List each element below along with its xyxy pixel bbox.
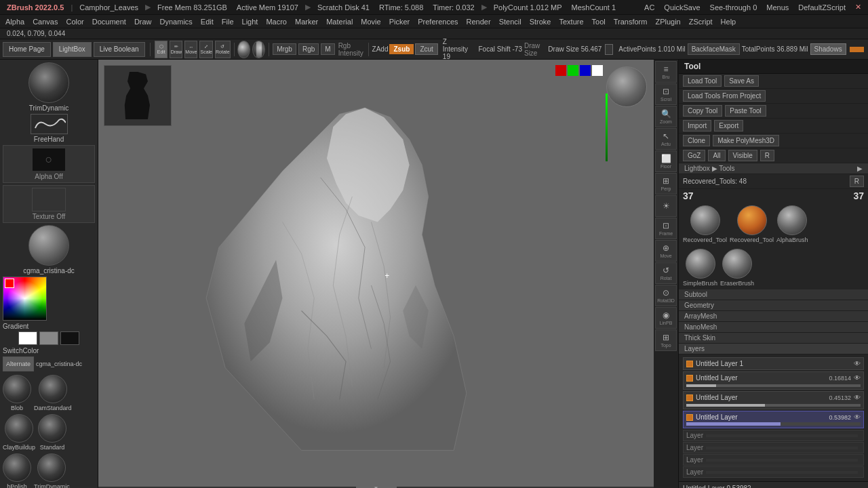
menu-movie[interactable]: Movie: [357, 16, 384, 27]
menu-render[interactable]: Render: [462, 16, 495, 27]
menu-texture[interactable]: Texture: [555, 16, 587, 27]
sidebar-rotate-btn[interactable]: ↺ Rotat: [655, 262, 677, 284]
menu-file[interactable]: File: [218, 16, 238, 27]
layer-1-eye[interactable]: 👁: [854, 360, 861, 367]
draw-tool-btn[interactable]: ✏ Draw: [170, 41, 182, 58]
tab-homepage[interactable]: Home Page: [3, 42, 51, 57]
color-red-swatch[interactable]: [5, 279, 14, 288]
menu-light[interactable]: Light: [238, 16, 262, 27]
menu-stencil[interactable]: Stencil: [495, 16, 526, 27]
brush-damstandard[interactable]: DamStandard: [34, 375, 72, 411]
menu-marker[interactable]: Marker: [291, 16, 322, 27]
rotate-tool-btn[interactable]: ↺ Rotate: [215, 41, 231, 58]
alpha-box[interactable]: ○ Alpha Off: [3, 145, 95, 183]
eraserbrush-tool[interactable]: EraserBrush: [720, 249, 754, 287]
thickskin-section[interactable]: Thick Skin: [679, 333, 868, 344]
sidebar-frame-btn[interactable]: ⊡ Frame: [655, 218, 677, 239]
backface-mask-btn[interactable]: BackfaceMask: [688, 43, 740, 55]
make-polymesh-btn[interactable]: Make PolyMesh3D: [713, 135, 779, 146]
gradient-white[interactable]: [18, 331, 37, 345]
layers-section-header[interactable]: Layers: [679, 344, 868, 354]
import-btn[interactable]: Import: [683, 120, 711, 131]
visible-btn[interactable]: Visible: [728, 150, 757, 161]
move-tool-btn[interactable]: ↔ Move: [184, 41, 197, 58]
gradient-gray[interactable]: [39, 331, 58, 345]
menu-help[interactable]: Help: [717, 16, 741, 27]
color-gradient-box[interactable]: [3, 277, 47, 321]
brush-hpolish[interactable]: hPolish: [3, 453, 31, 488]
rgb-btn[interactable]: Rgb: [298, 43, 319, 55]
draw-size-val[interactable]: Draw Size 56.467: [548, 45, 601, 53]
nanomesh-section[interactable]: NanoMesh: [679, 322, 868, 333]
close-icon[interactable]: ✕: [851, 1, 865, 13]
load-tools-project-btn[interactable]: Load Tools From Project: [683, 90, 766, 102]
sidebar-linpb-btn[interactable]: ◉ LinPB: [655, 307, 677, 329]
recovered-tool-2[interactable]: Recovered_Tool: [730, 205, 774, 243]
sidebar-zoom-btn[interactable]: 🔍 Zoom: [655, 106, 677, 127]
shadows-btn[interactable]: Shadows: [810, 43, 846, 55]
recovered-r-btn[interactable]: R: [850, 176, 864, 187]
alternate-btn[interactable]: Alternate: [3, 357, 34, 371]
menu-document[interactable]: Document: [88, 16, 130, 27]
layer-2-slider[interactable]: [686, 384, 861, 387]
half-sphere-btn[interactable]: [252, 41, 265, 58]
menu-menus[interactable]: Menus: [762, 2, 793, 13]
layer-item-2[interactable]: Untitled Layer 0.16814 👁: [683, 371, 864, 390]
gradient-black[interactable]: [60, 331, 79, 345]
menu-tool[interactable]: Tool: [588, 16, 610, 27]
freehand-stroke-icon[interactable]: [31, 114, 68, 134]
sphere-icon-btn[interactable]: [237, 41, 250, 58]
sidebar-floor-btn[interactable]: ⬜ Floor: [655, 150, 677, 172]
zsub-btn[interactable]: Zsub: [389, 44, 414, 54]
alphabrush-tool[interactable]: AlphaBrush: [776, 205, 808, 243]
material-sphere[interactable]: [28, 225, 69, 266]
paste-tool-btn[interactable]: Paste Tool: [725, 105, 766, 117]
tab-lightbox[interactable]: LightBox: [53, 42, 92, 57]
brush-claybuildup[interactable]: ClayBuildup: [3, 414, 35, 451]
menu-alpha[interactable]: Alpha: [1, 16, 28, 27]
layer-item-4-active[interactable]: Untitled Layer 0.53982 👁: [683, 411, 864, 428]
sidebar-topo-btn[interactable]: ⊞ Topo: [655, 329, 677, 351]
menu-quicksave[interactable]: QuickSave: [660, 2, 704, 13]
menu-file-brand[interactable]: Camphor_Leaves: [75, 2, 142, 13]
scale-tool-btn[interactable]: ⤢ Scale: [199, 41, 213, 58]
layer-2-eye[interactable]: 👁: [854, 374, 861, 382]
lightbox-tools-section[interactable]: Lightbox ▶ Tools ▶: [679, 163, 868, 174]
viewport[interactable]: + ▼: [98, 60, 654, 488]
layer-4-eye[interactable]: 👁: [854, 413, 861, 421]
r-btn[interactable]: R: [760, 150, 774, 161]
load-tool-btn[interactable]: Load Tool: [683, 75, 722, 87]
sidebar-scroll-btn[interactable]: ⊡ Scrol: [655, 83, 677, 105]
sidebar-brush-btn[interactable]: ≡ Bru: [655, 61, 677, 83]
brush-standard[interactable]: Standard: [38, 414, 66, 451]
sidebar-actual-btn[interactable]: ↖ Actu: [655, 128, 677, 150]
export-btn[interactable]: Export: [714, 120, 743, 131]
menu-edit[interactable]: Edit: [197, 16, 218, 27]
menu-dynamics[interactable]: Dynamics: [156, 16, 197, 27]
all-btn[interactable]: All: [708, 150, 725, 161]
main-brush-circle[interactable]: [28, 62, 69, 103]
menu-macro[interactable]: Macro: [262, 16, 291, 27]
menu-seethrough[interactable]: See-through 0: [706, 2, 762, 13]
menu-zscript[interactable]: ZScript: [685, 16, 717, 27]
recovered-tool-1[interactable]: Recovered_Tool: [683, 205, 727, 243]
menu-color[interactable]: Color: [62, 16, 87, 27]
layer-item-3[interactable]: Untitled Layer 0.45132 👁: [683, 391, 864, 409]
tab-live-boolean[interactable]: Live Boolean: [94, 42, 145, 57]
brush-trimdynamic[interactable]: TrimDynamic: [34, 453, 70, 488]
copy-tool-btn[interactable]: Copy Tool: [683, 105, 722, 117]
texture-box[interactable]: Texture Off: [3, 185, 95, 223]
geometry-section[interactable]: Geometry: [679, 300, 868, 311]
brush-blob[interactable]: Blob: [3, 375, 31, 411]
sidebar-light-btn[interactable]: ☀: [655, 195, 677, 217]
sidebar-3d-btn[interactable]: ⊙ Rotat3D: [655, 285, 677, 306]
focal-shift[interactable]: Focal Shift -73: [478, 45, 521, 53]
layer-3-eye[interactable]: 👁: [854, 394, 861, 401]
menu-defaultzscript[interactable]: DefaultZScript: [794, 2, 850, 13]
menu-zplugin[interactable]: ZPlugin: [651, 16, 684, 27]
sidebar-perp-btn[interactable]: ⊞ Perp: [655, 173, 677, 195]
layer-item-1[interactable]: Untitled Layer 1 👁: [683, 357, 864, 370]
goz-btn[interactable]: GoZ: [683, 150, 705, 161]
mrgb-btn[interactable]: Mrgb: [273, 43, 296, 55]
menu-draw[interactable]: Draw: [130, 16, 156, 27]
